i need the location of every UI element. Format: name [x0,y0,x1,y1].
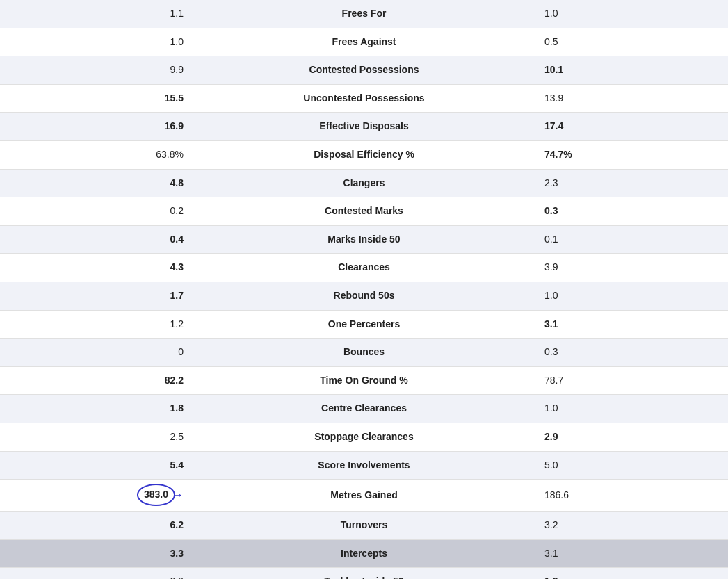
stat-value-left: 82.2 [0,366,195,395]
stat-label: Uncontested Possessions [195,84,533,113]
stat-value-right: 78.7 [533,366,728,395]
stat-label: Rebound 50s [195,282,533,310]
stat-value-left: 1.2 [0,310,195,339]
stat-value-right: 3.2 [533,512,728,540]
stat-value-left: 0.4 [0,225,195,254]
stat-value-right: 1.0 [533,395,728,423]
stat-value-left: 63.8% [0,140,195,169]
stat-value-right: 13.9 [533,84,728,113]
stat-value-left: 4.8 [0,169,195,197]
stat-value-right: 0.3 [533,197,728,226]
stat-label: Contested Possessions [195,56,533,85]
stat-label: Time On Ground % [195,366,533,395]
stat-value-right: 2.3 [533,169,728,197]
stat-label: Frees For [195,0,533,28]
stat-value-left: 6.2 [0,512,195,540]
stat-label: Frees Against [195,28,533,56]
stat-label: Bounces [195,339,533,367]
stat-value-left: 0 [0,339,195,367]
stat-label: Marks Inside 50 [195,225,533,254]
stat-label: Stoppage Clearances [195,423,533,451]
stat-value-right: 1.0 [533,282,728,310]
stat-label: Score Involvements [195,451,533,480]
stat-value-left: 5.4 [0,451,195,480]
circled-value: 383.0 [144,488,168,502]
stat-label: Contested Marks [195,197,533,226]
stat-value-left: 1.7 [0,282,195,310]
stat-label: Disposal Efficiency % [195,140,533,169]
stat-value-right: 0.1 [533,225,728,254]
stat-value-left: 383.0→ [0,480,195,512]
stat-value-right: 5.0 [533,451,728,480]
stat-value-left: 15.5 [0,84,195,113]
stat-label: Tackles Inside 50 [195,568,533,579]
stat-label: Effective Disposals [195,113,533,141]
stat-value-right: 3.1 [533,310,728,339]
stats-table: 1.1Frees For1.01.0Frees Against0.59.9Con… [0,0,728,579]
stat-value-left: 4.3 [0,254,195,282]
stat-label: Centre Clearances [195,395,533,423]
stat-value-left: 1.1 [0,0,195,28]
stat-value-right: 1.3 [533,568,728,579]
stat-value-right: 186.6 [533,480,728,512]
stat-value-right: 1.0 [533,0,728,28]
stat-value-right: 2.9 [533,423,728,451]
stat-value-right: 10.1 [533,56,728,85]
stat-value-right: 0.3 [533,339,728,367]
stat-value-right: 0.5 [533,28,728,56]
stat-value-right: 74.7% [533,140,728,169]
stat-value-right: 17.4 [533,113,728,141]
stat-value-left: 9.9 [0,56,195,85]
stat-value-left: 1.0 [0,28,195,56]
stat-value-left: 0.2 [0,197,195,226]
stat-label: Turnovers [195,512,533,540]
stat-value-left: 1.8 [0,395,195,423]
stat-label: Intercepts [195,539,533,568]
stat-value-left: 0.9 [0,568,195,579]
stat-label: Metres Gained [195,480,533,512]
stat-label: One Percenters [195,310,533,339]
stat-value-right: 3.1 [533,539,728,568]
stat-value-left: 3.3 [0,539,195,568]
stat-label: Clangers [195,169,533,197]
stat-value-left: 16.9 [0,113,195,141]
stat-value-left: 2.5 [0,423,195,451]
stat-value-right: 3.9 [533,254,728,282]
stat-label: Clearances [195,254,533,282]
